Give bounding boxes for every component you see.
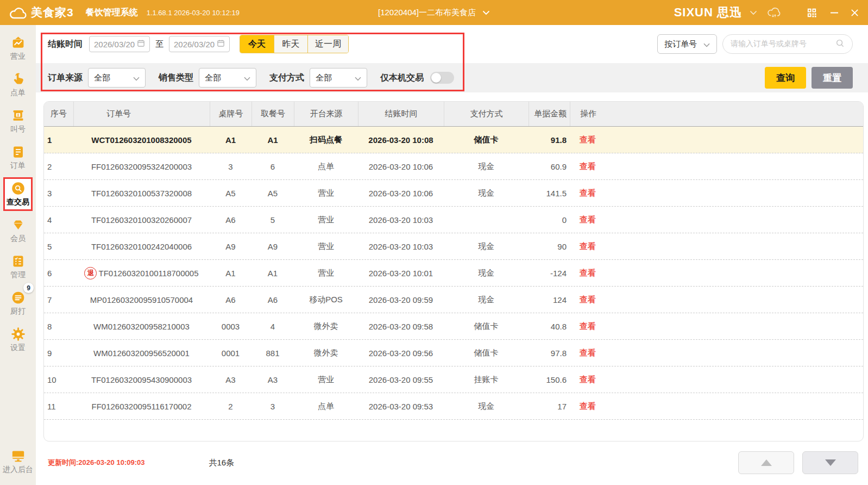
calendar-icon <box>217 39 225 49</box>
view-link[interactable]: 查看 <box>580 188 596 198</box>
cell-action: 查看 <box>570 207 863 233</box>
sidebar-item-chajiaoyi[interactable]: 查交易 <box>3 177 33 211</box>
total-count: 共16条 <box>209 458 234 468</box>
cell: 3 <box>251 393 294 419</box>
local-only-toggle[interactable] <box>430 72 454 84</box>
filter-row-dates: 结账时间 2026/03/20 至 2026/03/20 今天昨天近一周 按订单… <box>36 25 868 63</box>
sidebar-item-guanli[interactable]: 管理 <box>3 250 33 284</box>
order-no-text: TF01260320095430900003 <box>91 375 192 384</box>
cell-order-no: WCT012603201008320005 <box>73 127 210 153</box>
page-up-button[interactable] <box>738 451 794 474</box>
chevron-down-icon[interactable] <box>750 10 757 15</box>
pay-method-select[interactable]: 全部 <box>310 68 367 88</box>
view-link[interactable]: 查看 <box>580 348 596 358</box>
search-type-select[interactable]: 按订单号 <box>657 34 717 54</box>
sale-type-select[interactable]: 全部 <box>199 68 256 88</box>
topbar: 美食家3 餐饮管理系统 1.1.68.1 2026-03-20 10:12:19… <box>0 0 868 25</box>
cell: 90 <box>529 233 570 259</box>
cell-action: 查看 <box>570 366 863 393</box>
cell: 150.6 <box>529 366 570 393</box>
cell: 2026-03-20 10:08 <box>358 127 444 153</box>
sidebar-item-chuda[interactable]: 厨打9 <box>3 287 33 320</box>
search-input[interactable]: 请输入订单号或桌牌号 <box>722 34 853 54</box>
cell: 3 <box>210 153 251 179</box>
view-link[interactable]: 查看 <box>580 161 596 172</box>
sidebar-item-yingye[interactable]: 营业 <box>3 32 33 65</box>
cell: 2026-03-20 09:58 <box>358 313 444 339</box>
table-row[interactable]: 11FF0126032009511617000223点单2026-03-20 0… <box>44 393 863 420</box>
filter-row-selects: 订单来源 全部 销售类型 全部 支付方式 全部 仅本机交易 查询 重置 <box>36 63 868 92</box>
cell-action: 查看 <box>570 153 863 179</box>
order-no-text: MP01260320095910570004 <box>90 295 193 304</box>
sidebar-item-diandan[interactable]: 点单 <box>3 68 33 102</box>
sidebar-item-dingdan[interactable]: 订单 <box>3 141 33 175</box>
cell-action: 查看 <box>570 180 863 206</box>
cell: A5 <box>210 180 251 206</box>
sidebar-item-label: 查交易 <box>7 197 29 207</box>
quick-range-button[interactable]: 昨天 <box>274 35 307 53</box>
cell-order-no: WM012603200958210003 <box>73 313 210 339</box>
view-link[interactable]: 查看 <box>580 375 596 385</box>
sidebar-item-shezhi[interactable]: 设置 <box>3 323 33 357</box>
view-link[interactable]: 查看 <box>580 268 596 278</box>
quick-range-button[interactable]: 近一周 <box>307 35 348 53</box>
table-row[interactable]: 10TF01260320095430900003A3A3营业2026-03-20… <box>44 366 863 393</box>
cell: A1 <box>251 127 294 153</box>
cell: 点单 <box>294 393 358 419</box>
table-row[interactable]: 7MP01260320095910570004A6A6移动POS2026-03-… <box>44 287 863 313</box>
search-placeholder: 请输入订单号或桌牌号 <box>731 39 835 49</box>
date-to-input[interactable]: 2026/03/20 <box>169 36 230 52</box>
search-circle-icon <box>11 181 26 196</box>
order-no-text: FF01260320095324200003 <box>91 162 192 171</box>
table-row[interactable]: 1WCT012603201008320005A1A1扫码点餐2026-03-20… <box>44 127 863 153</box>
chevron-down-icon <box>482 10 490 15</box>
view-link[interactable]: 查看 <box>580 135 596 145</box>
cell: 881 <box>251 340 294 366</box>
store-selector[interactable]: [12020404]一二布布美食店 <box>378 8 490 18</box>
cell: 60.9 <box>529 153 570 179</box>
table-row[interactable]: 9WM0126032009565200010001881微外卖2026-03-2… <box>44 340 863 366</box>
cell: 124 <box>529 287 570 313</box>
cell: 40.8 <box>529 313 570 339</box>
minimize-button[interactable] <box>829 8 839 17</box>
cell: 现金 <box>444 180 529 206</box>
app-title: 餐饮管理系统 <box>86 7 138 18</box>
order-source-label: 订单来源 <box>48 72 83 84</box>
view-link[interactable]: 查看 <box>580 215 596 225</box>
kitchen-print-icon <box>11 290 26 305</box>
sidebar-item-huiyuan[interactable]: 会员 <box>3 214 33 247</box>
close-button[interactable] <box>850 8 859 17</box>
page-down-button[interactable] <box>802 451 858 474</box>
cell: 0001 <box>210 340 251 366</box>
table-row[interactable]: 6退TF01260320100118700005A1A1营业2026-03-20… <box>44 260 863 287</box>
table-row[interactable]: 2FF0126032009532420000336点单2026-03-20 10… <box>44 153 863 180</box>
query-button[interactable]: 查询 <box>765 67 806 89</box>
sidebar-item-jiaohao[interactable]: 8叫号 <box>3 104 33 138</box>
order-no-text: WCT012603201008320005 <box>91 135 191 145</box>
view-link[interactable]: 查看 <box>580 321 596 332</box>
view-link[interactable]: 查看 <box>580 295 596 305</box>
column-header: 桌牌号 <box>210 102 251 126</box>
view-link[interactable]: 查看 <box>580 241 596 252</box>
cell: 8 <box>44 313 73 339</box>
table-body: 1WCT012603201008320005A1A1扫码点餐2026-03-20… <box>44 127 863 420</box>
date-from-input[interactable]: 2026/03/20 <box>89 36 150 52</box>
order-no-text: TF01260320100320260007 <box>91 215 192 225</box>
cloud-sync-icon[interactable] <box>767 7 781 18</box>
sidebar-item-backstage[interactable]: 进入后台 <box>3 445 33 478</box>
table-row[interactable]: 8WM01260320095821000300034微外卖2026-03-20 … <box>44 313 863 340</box>
sidebar-item-label: 订单 <box>10 161 26 171</box>
cell: A3 <box>251 366 294 393</box>
table-row[interactable]: 3TF01260320100537320008A5A5营业2026-03-20 … <box>44 180 863 207</box>
reset-button[interactable]: 重置 <box>812 67 853 89</box>
pay-method-value: 全部 <box>316 73 332 83</box>
cell: A5 <box>251 180 294 206</box>
sidebar-item-label: 厨打 <box>10 307 26 316</box>
table-row[interactable]: 4TF01260320100320260007A65营业2026-03-20 1… <box>44 207 863 233</box>
cell: A1 <box>210 127 251 153</box>
quick-range-button[interactable]: 今天 <box>240 35 274 53</box>
table-row[interactable]: 5TF01260320100242040006A9A9营业2026-03-20 … <box>44 233 863 260</box>
view-link[interactable]: 查看 <box>580 401 596 412</box>
qr-code-icon[interactable] <box>806 7 817 18</box>
order-source-select[interactable]: 全部 <box>88 68 146 88</box>
